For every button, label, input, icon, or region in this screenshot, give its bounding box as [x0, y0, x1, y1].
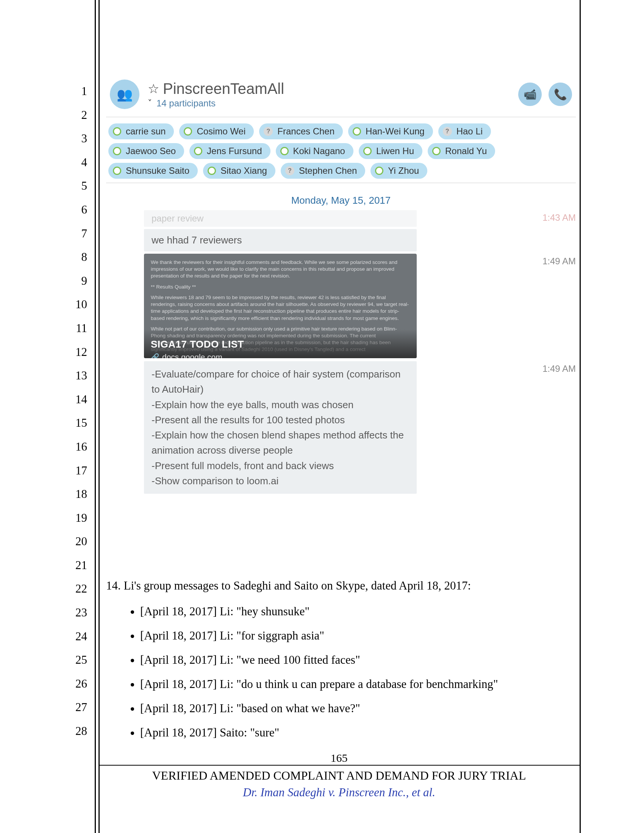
participants-count[interactable]: 14 participants: [156, 98, 216, 109]
message-line: -Present full models, front and back vie…: [151, 458, 409, 473]
participant-name: Hao Li: [456, 126, 483, 137]
status-online-icon: [280, 147, 289, 155]
participant-chip[interactable]: Koki Nagano: [276, 143, 353, 159]
pleading-vertical-rule-right: [580, 0, 581, 833]
participant-name: carrie sun: [126, 126, 166, 137]
status-unknown-icon: ?: [443, 127, 452, 136]
participant-chip[interactable]: Liwen Hu: [359, 143, 422, 159]
call-actions: 📹 📞: [518, 82, 572, 106]
status-online-icon: [113, 127, 121, 135]
link-preview-card[interactable]: We thank the reviewers for their insight…: [144, 254, 417, 358]
message-bubble[interactable]: paper review: [144, 210, 417, 227]
line-number: 20: [64, 530, 87, 553]
link-card-text: While reviewers 18 and 79 seem to be imp…: [151, 294, 410, 322]
message-row: we hhad 7 reviewers: [106, 229, 576, 254]
participant-chip[interactable]: Jens Fursund: [189, 143, 270, 159]
participant-name: Sitao Xiang: [221, 166, 267, 176]
group-avatar-icon[interactable]: 👥: [110, 79, 139, 109]
participant-chip[interactable]: ?Frances Chen: [259, 124, 343, 139]
bullet-item: [April 18, 2017] Li: "for siggraph asia": [140, 624, 568, 648]
status-online-icon: [363, 147, 372, 155]
pleading-line-numbers: 1 2 3 4 5 6 7 8 9 10 11 12 13 14 15 16 1…: [64, 79, 87, 743]
participant-chips: carrie sunCosimo Wei?Frances ChenHan-Wei…: [106, 124, 576, 179]
participant-name: Cosimo Wei: [196, 126, 245, 137]
line-number: 14: [64, 388, 87, 412]
phone-icon: 📞: [554, 88, 567, 101]
skype-screenshot: 👥 ☆ PinscreenTeamAll ˅ 14 participants 📹…: [106, 79, 576, 496]
pleading-vertical-rule: [95, 0, 96, 833]
status-unknown-icon: ?: [264, 127, 273, 136]
video-call-button[interactable]: 📹: [518, 82, 542, 106]
video-icon: 📹: [523, 88, 537, 101]
participant-name: Ronald Yu: [445, 146, 487, 156]
date-divider: Monday, May 15, 2017: [106, 190, 576, 210]
footer-caption: VERIFIED AMENDED COMPLAINT AND DEMAND FO…: [98, 769, 580, 783]
bullet-list: [April 18, 2017] Li: "hey shunsuke"[Apri…: [106, 599, 568, 745]
line-number: 23: [64, 601, 87, 625]
line-number: 12: [64, 340, 87, 364]
line-number: 27: [64, 696, 87, 719]
footer-case-title: Dr. Iman Sadeghi v. Pinscreen Inc., et a…: [98, 786, 580, 799]
link-card-overlay: SIGA17 TODO LIST 🔗 docs.google.com: [144, 330, 417, 358]
message-bubble[interactable]: we hhad 7 reviewers: [144, 229, 417, 251]
line-number: 21: [64, 553, 87, 577]
participant-name: Han-Wei Kung: [365, 126, 425, 137]
participant-chip[interactable]: ?Stephen Chen: [281, 163, 365, 179]
message-time: 1:49 AM: [523, 361, 576, 374]
participant-name: Jaewoo Seo: [126, 146, 176, 156]
header-divider: [106, 117, 576, 117]
link-card-title: SIGA17 TODO LIST: [151, 338, 410, 351]
link-card-url: 🔗 docs.google.com: [151, 352, 410, 358]
line-number: 9: [64, 269, 87, 293]
participant-chip[interactable]: Sitao Xiang: [203, 163, 275, 179]
line-number: 18: [64, 482, 87, 506]
chat-title-block: ☆ PinscreenTeamAll ˅ 14 participants: [148, 80, 518, 109]
chat-header: 👥 ☆ PinscreenTeamAll ˅ 14 participants 📹…: [106, 79, 576, 117]
participant-chip[interactable]: Cosimo Wei: [179, 124, 254, 139]
line-number: 8: [64, 245, 87, 269]
bullet-item: [April 18, 2017] Li: "based on what we h…: [140, 696, 568, 720]
link-card-text: We thank the reviewers for their insight…: [151, 259, 410, 280]
message-bubble[interactable]: -Evaluate/compare for choice of hair sys…: [144, 361, 417, 494]
line-number: 19: [64, 506, 87, 530]
participant-chip[interactable]: Han-Wei Kung: [348, 124, 433, 139]
page-number: 165: [98, 752, 580, 764]
favorite-star-icon[interactable]: ☆: [148, 81, 159, 96]
message-line: -Evaluate/compare for choice of hair sys…: [151, 367, 409, 397]
message-line: -Explain how the eye balls, mouth was ch…: [151, 397, 409, 412]
participant-name: Yi Zhou: [388, 166, 419, 176]
participant-chip[interactable]: carrie sun: [108, 124, 174, 139]
message-line: -Explain how the chosen blend shapes met…: [151, 428, 409, 458]
chips-divider: [106, 182, 576, 183]
line-number: 5: [64, 174, 87, 198]
link-card-text: ** Results Quality **: [151, 284, 410, 290]
audio-call-button[interactable]: 📞: [549, 82, 572, 106]
status-online-icon: [353, 127, 361, 135]
status-online-icon: [208, 167, 216, 175]
message-line: -Show comparison to loom.ai: [151, 473, 409, 489]
participant-chip[interactable]: ?Hao Li: [438, 124, 491, 139]
line-number: 4: [64, 151, 87, 175]
line-number: 15: [64, 411, 87, 435]
line-number: 10: [64, 293, 87, 317]
footer-rule: [98, 765, 580, 765]
message-row: -Evaluate/compare for choice of hair sys…: [106, 361, 576, 496]
participant-chip[interactable]: Yi Zhou: [370, 163, 427, 179]
line-number: 13: [64, 364, 87, 388]
message-time: [523, 229, 576, 232]
paragraph-14: 14. Li's group messages to Sadeghi and S…: [106, 577, 568, 595]
status-online-icon: [375, 167, 383, 175]
participant-chip[interactable]: Jaewoo Seo: [108, 143, 184, 159]
participant-chip[interactable]: Ronald Yu: [428, 143, 495, 159]
line-number: 28: [64, 719, 87, 743]
chevron-down-icon[interactable]: ˅: [148, 98, 152, 108]
status-online-icon: [432, 147, 441, 155]
bullet-item: [April 18, 2017] Saito: "sure": [140, 720, 568, 745]
line-number: 2: [64, 103, 87, 127]
participant-chip[interactable]: Shunsuke Saito: [108, 163, 198, 179]
line-number: 11: [64, 317, 87, 340]
participant-name: Liwen Hu: [376, 146, 414, 156]
pleading-vertical-rule: [98, 0, 100, 833]
line-number: 24: [64, 625, 87, 649]
message-row: We thank the reviewers for their insight…: [106, 254, 576, 361]
